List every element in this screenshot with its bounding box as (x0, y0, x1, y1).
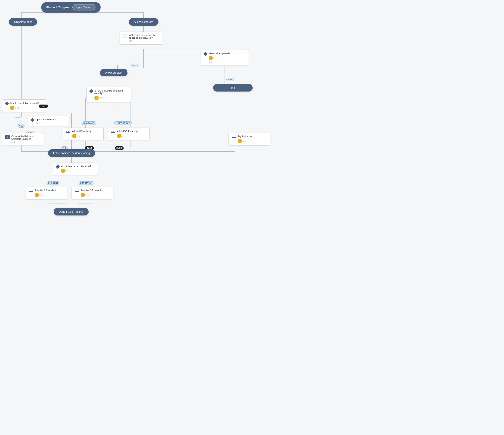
badge-yes-3: YES (18, 124, 25, 128)
allow-globally-label: Allow IOC globally (72, 130, 91, 132)
approve-number: #2 (36, 122, 56, 124)
is-auto-label: Is auto unisolation allowed? (10, 102, 39, 104)
is-ioc-label: Is IOC allowed to be added globally? (94, 89, 128, 95)
which-indicator-number: #11 (129, 40, 159, 42)
crowdstrike-card[interactable]: 🖥 Crowdstrike Falcon - Unisolate Endpoin… (2, 133, 44, 146)
lightning-icon-12: ⚡ (61, 169, 65, 173)
workflow-canvas: Playbook Triggered Inputs / Outputs Unis… (0, 0, 504, 435)
was-incident-number: #12 (66, 170, 70, 173)
resolve-detection-label: Resolve CS detection (81, 189, 103, 191)
tag-indicators-label: Tag Indicators (238, 135, 252, 138)
was-incident-card[interactable]: Was this an incident or alert? ⚡ #12 (53, 163, 98, 175)
badge-yes-2: YES (226, 78, 234, 81)
lightning-icon-15: ⚡ (238, 139, 242, 143)
resolve-incident-card[interactable]: ▶▶ Resolve CS incident ⚡ #9 (26, 187, 67, 200)
tag-node[interactable]: Tag (211, 84, 254, 92)
lightning-icon-9: ⚡ (35, 193, 39, 197)
diamond-icon (203, 52, 207, 56)
pc-icon: 🖥 (5, 135, 10, 139)
which-indicator-card[interactable]: 💬 Which indicator should be added to the… (120, 32, 162, 44)
is-ioc-allowed-card[interactable]: Is IOC allowed to be added globally? ⚡ #… (87, 87, 131, 102)
tag-label: Tag (213, 84, 253, 92)
inputs-outputs-label: Inputs / Outputs (72, 4, 96, 10)
badge-else-3: ELSE (115, 146, 124, 150)
tag-indicators-number: #15 (243, 140, 246, 143)
crowdstrike-label: Crowdstrike Falcon - Unisolate Endpoint (11, 135, 41, 140)
is-auto-number: #13 (15, 107, 19, 109)
allow-group-number: #21 (122, 135, 126, 138)
connector-lines (0, 0, 504, 435)
action-icon-15: ▶▶ (232, 135, 236, 139)
lightning-icon-8: ⚡ (72, 134, 76, 138)
which-indicator-label: Which indicator should be added to the a… (129, 34, 159, 39)
playbook-triggered-label: Playbook Triggered (46, 6, 70, 9)
were-values-label: Were values provided? (209, 52, 233, 55)
playbook-triggered-node[interactable]: Playbook Triggered Inputs / Outputs (47, 2, 94, 13)
lightning-icon-13: ⚡ (10, 106, 14, 110)
approve-unisolation-card[interactable]: Approve unisolation #2 (28, 116, 69, 126)
badge-yes-1: YES (131, 64, 139, 67)
diamond-icon-2 (89, 89, 93, 93)
action-icon-8: ▶▶ (66, 130, 71, 134)
diamond-icon-4 (30, 118, 35, 122)
unisolate-host-node[interactable]: Unisolate host (3, 18, 43, 26)
action-icon-21: ▶▶ (111, 130, 115, 134)
lightning-icon-21: ⚡ (117, 134, 121, 138)
were-values-card[interactable]: Were values provided? ⚡ #24 (201, 50, 249, 66)
resolve-detection-card[interactable]: ▶▶ Resolve CS detection ⚡ #10 (72, 187, 113, 200)
approve-label: Approve unisolation (36, 118, 56, 121)
diamond-icon-5 (55, 165, 60, 169)
done-false-positive-node[interactable]: Done False Positive (48, 208, 95, 216)
allow-indicators-node[interactable]: Allow indicators (121, 18, 167, 26)
lightning-icon-10: ⚡ (81, 193, 85, 197)
badge-detection: DETECTION (79, 181, 94, 185)
resolve-incident-label: Resolve CS incident (35, 189, 56, 191)
were-values-number: #24 (209, 61, 233, 63)
allow-group-label: Allow IOC for group (117, 130, 137, 132)
done-false-positive-label: Done False Positive (54, 208, 89, 216)
false-positive-label: False positive Incident closing (48, 149, 95, 157)
lightning-icon-24: ⚡ (209, 56, 213, 60)
diamond-icon-3 (5, 101, 9, 106)
badge-incident: INCIDENT (46, 181, 60, 185)
allow-ioc-globally-card[interactable]: ▶▶ Allow IOC globally ⚡ #8 (63, 128, 104, 140)
crowdstrike-number: #14 (11, 141, 41, 143)
resolve-detection-number: #10 (86, 194, 90, 197)
badge-else-1: ELSE (39, 104, 48, 108)
tag-indicators-card[interactable]: ▶▶ Tag Indicators ⚡ #15 (228, 133, 270, 146)
action-icon-9: ▶▶ (29, 189, 33, 193)
badge-globally: GLOBALLY (81, 122, 96, 125)
lightning-icon-20: ⚡ (94, 96, 99, 100)
is-ioc-number: #20 (99, 97, 103, 100)
chat-icon: 💬 (123, 34, 127, 38)
allow-ioc-group-card[interactable]: ▶▶ Allow IOC for group ⚡ #21 (108, 128, 150, 140)
allow-on-edr-label: Allow on EDR (100, 69, 127, 76)
resolve-incident-number: #9 (40, 194, 42, 197)
allow-globally-number: #8 (77, 135, 80, 138)
allow-indicators-label: Allow indicators (129, 18, 158, 26)
action-icon-10: ▶▶ (75, 189, 79, 193)
was-incident-label: Was this an incident or alert? (61, 165, 91, 167)
unisolate-host-label: Unisolate host (9, 18, 37, 26)
false-positive-node[interactable]: False positive Incident closing (47, 149, 96, 157)
badge-hostgroup: HOST GROUP (114, 122, 132, 125)
allow-on-edr-node[interactable]: Allow on EDR (89, 69, 139, 76)
